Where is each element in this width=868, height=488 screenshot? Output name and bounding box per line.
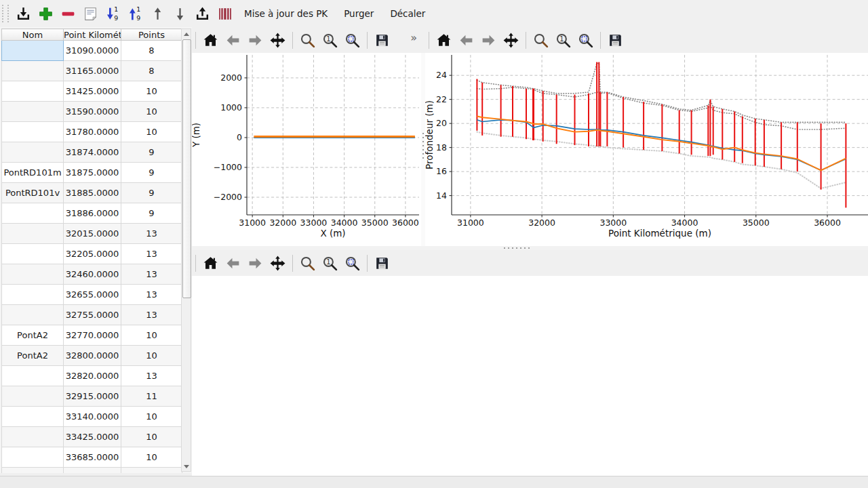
empty-plot-canvas[interactable] (192, 276, 868, 476)
back-button[interactable] (223, 30, 243, 50)
toolbar-grip[interactable] (2, 5, 9, 22)
pk-table-cell[interactable]: 13 (121, 305, 182, 325)
pk-table-cell[interactable]: 33685.0000 (64, 447, 121, 468)
pk-table-cell[interactable]: 32820.0000 (64, 366, 121, 386)
pk-table-cell[interactable] (2, 224, 64, 244)
pk-table-cell[interactable]: 32770.0000 (64, 325, 121, 346)
pk-table-cell[interactable]: 13 (121, 244, 182, 264)
pk-table-cell[interactable]: 11 (121, 386, 182, 407)
save-figure-button[interactable] (372, 253, 392, 273)
forward-button[interactable] (245, 253, 265, 273)
pk-table-cell[interactable]: 32915.0000 (64, 386, 121, 407)
forward-button[interactable] (479, 30, 498, 50)
forward-button[interactable] (245, 30, 265, 50)
pk-table-cell[interactable]: 31874.0000 (64, 142, 121, 163)
zoom-rect-button[interactable] (342, 253, 362, 273)
home-button[interactable] (201, 253, 220, 273)
pk-table-cell[interactable]: 9 (121, 203, 182, 224)
column-header-nom[interactable]: Nom (2, 29, 64, 41)
pk-table-cell[interactable]: 9 (121, 163, 182, 183)
save-figure-button[interactable] (372, 30, 392, 50)
pk-table-cell[interactable]: 31425.0000 (64, 81, 121, 102)
sort-up-button[interactable]: 19 (124, 3, 146, 25)
pk-table-cell[interactable]: 10 (121, 122, 182, 142)
pk-table-cell[interactable]: 10 (121, 407, 182, 427)
pk-table-cell[interactable]: 33425.0000 (64, 427, 121, 447)
scrollbar-thumb[interactable] (182, 39, 191, 298)
pk-table-cell[interactable] (2, 305, 64, 325)
update-pk-button[interactable]: Mise à jour des PK (236, 3, 336, 25)
pk-table-cell[interactable]: 9 (121, 183, 182, 203)
pk-table-cell[interactable]: 31886.0000 (64, 203, 121, 224)
table-scrollbar[interactable] (181, 28, 191, 472)
zoom-button[interactable] (531, 30, 551, 50)
pk-table-cell[interactable]: 31885.0000 (64, 183, 121, 203)
pk-table-cell[interactable]: PontA2 (2, 325, 64, 346)
pan-button[interactable] (268, 253, 288, 273)
pk-table-cell[interactable] (64, 468, 121, 474)
zoom-original-button[interactable]: 1 (320, 30, 340, 50)
toolbar-overflow-button[interactable]: » (408, 31, 419, 44)
zoom-original-button[interactable]: 1 (553, 30, 573, 50)
pk-table-cell[interactable]: 13 (121, 285, 182, 305)
home-button[interactable] (434, 30, 454, 50)
back-button[interactable] (223, 253, 243, 273)
scroll-down-button[interactable] (182, 462, 191, 471)
pk-table-cell[interactable]: 10 (121, 447, 182, 468)
pk-table-cell[interactable]: PontRD101v (2, 183, 64, 203)
pk-table-cell[interactable] (2, 61, 64, 81)
pk-table-cell[interactable] (2, 427, 64, 447)
import-button[interactable] (12, 3, 35, 25)
column-header-points[interactable]: Points (121, 29, 182, 41)
move-up-button[interactable] (146, 3, 169, 25)
zoom-rect-button[interactable] (342, 30, 362, 50)
pk-table-cell[interactable] (121, 468, 182, 474)
pk-table-cell[interactable]: 10 (121, 427, 182, 447)
pk-table-cell[interactable] (2, 203, 64, 224)
pk-table-cell[interactable]: 10 (121, 325, 182, 346)
pk-table-cell[interactable] (2, 142, 64, 163)
xy-plot-canvas[interactable]: 310003200033000340003500036000−2000−1000… (192, 53, 421, 246)
pk-table-cell[interactable] (2, 122, 64, 142)
export-button[interactable] (191, 3, 214, 25)
pk-table-cell[interactable]: 33140.0000 (64, 407, 121, 427)
pk-table-cell[interactable]: 32205.0000 (64, 244, 121, 264)
pk-table-cell[interactable] (2, 81, 64, 102)
pk-table-cell[interactable] (2, 41, 64, 61)
pk-table-cell[interactable]: PontA2 (2, 346, 64, 366)
pk-table-cell[interactable] (2, 366, 64, 386)
pk-table-cell[interactable]: 32460.0000 (64, 264, 121, 285)
pk-table-cell[interactable]: 10 (121, 346, 182, 366)
pk-table-cell[interactable]: 10 (121, 102, 182, 122)
shift-button[interactable]: Décaler (382, 3, 433, 25)
pk-table-cell[interactable]: 8 (121, 61, 182, 81)
pk-table-cell[interactable]: 31090.0000 (64, 41, 121, 61)
pk-table-cell[interactable]: 31165.0000 (64, 61, 121, 81)
pk-table-cell[interactable]: 31590.0000 (64, 102, 121, 122)
pan-button[interactable] (501, 30, 521, 50)
pk-table-cell[interactable]: 31780.0000 (64, 122, 121, 142)
zoom-button[interactable] (298, 253, 317, 273)
move-down-button[interactable] (169, 3, 191, 25)
pk-table-cell[interactable] (2, 285, 64, 305)
back-button[interactable] (456, 30, 476, 50)
zoom-button[interactable] (298, 30, 317, 50)
profiles-button[interactable] (214, 3, 236, 25)
zoom-rect-button[interactable] (576, 30, 595, 50)
pk-table-cell[interactable]: 13 (121, 264, 182, 285)
pk-table-cell[interactable]: 13 (121, 224, 182, 244)
pk-table-cell[interactable]: 13 (121, 366, 182, 386)
pk-table-cell[interactable]: 8 (121, 41, 182, 61)
pk-table-cell[interactable] (2, 468, 64, 474)
pk-table-cell[interactable]: 32800.0000 (64, 346, 121, 366)
pk-table-cell[interactable] (2, 407, 64, 427)
pan-button[interactable] (268, 30, 288, 50)
purge-button[interactable]: Purger (336, 3, 382, 25)
pk-table-cell[interactable]: PontRD101m (2, 163, 64, 183)
scroll-up-button[interactable] (182, 29, 191, 39)
pk-table-cell[interactable] (2, 264, 64, 285)
add-button[interactable] (35, 3, 57, 25)
sort-down-button[interactable]: 19 (102, 3, 124, 25)
pk-table-cell[interactable]: 31875.0000 (64, 163, 121, 183)
home-button[interactable] (201, 30, 220, 50)
